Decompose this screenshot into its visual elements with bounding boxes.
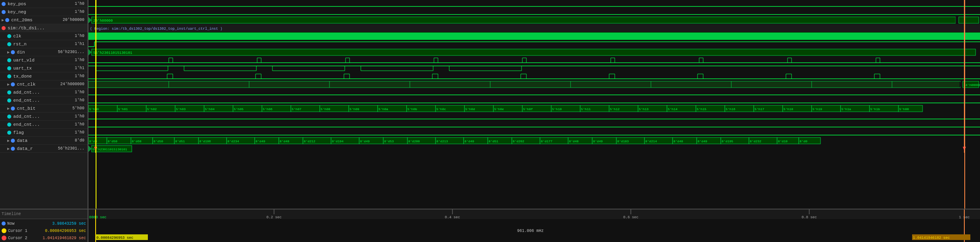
expand-icon-cnt-clk[interactable]: ▶: [7, 82, 10, 87]
svg-text:8'd232: 8'd232: [750, 139, 761, 143]
signal-icon-tx-done: [7, 74, 11, 78]
svg-rect-18: [88, 40, 980, 48]
svg-text:8'd49: 8'd49: [464, 139, 474, 143]
svg-rect-102: [88, 81, 960, 88]
signal-row-key-neg[interactable]: key_neg 1'h0: [0, 8, 88, 16]
signal-value-uart-tx: 1'h1: [75, 66, 86, 70]
expand-icon-cnt-20ms[interactable]: ▶: [2, 18, 4, 23]
timeline-label: Timeline: [2, 212, 21, 216]
signal-row-din[interactable]: ▶ din 56'h2301...: [0, 48, 88, 56]
signal-name-sim: sim:/tb_ds1...: [8, 26, 45, 31]
waveform-panel[interactable]: 20'h00000 ( Region: sim:/tb_ds1302_top/d…: [88, 0, 980, 209]
signal-name-cnt-bit: cnt_bit: [17, 106, 35, 111]
signal-row-cnt-bit[interactable]: ▶ cnt_bit 5'h00: [0, 105, 88, 113]
signal-value-end-cnt-1: 1'h0: [75, 98, 86, 103]
svg-text:5'h17: 5'h17: [755, 107, 764, 111]
signal-value-cnt-clk: 24'h000000: [60, 82, 86, 86]
main-container: key_pos 1'h0 key_neg 1'h0 ▶ cnt_20ms 20'…: [0, 0, 980, 242]
svg-text:8'd194: 8'd194: [332, 139, 344, 143]
signal-icon-sim: [2, 26, 6, 30]
svg-text:5'h11: 5'h11: [581, 107, 591, 111]
signal-icon-cnt-20ms: [5, 18, 9, 22]
signal-icon-add-cnt-1: [7, 90, 11, 94]
svg-text:8'd53: 8'd53: [384, 139, 394, 143]
signal-name-din: din: [17, 50, 25, 55]
expand-icon-cnt-bit[interactable]: ▶: [7, 106, 10, 111]
svg-rect-181: [88, 121, 980, 129]
signal-row-uart-tx[interactable]: uart_tx 1'h1: [0, 64, 88, 72]
svg-text:0.6 sec: 0.6 sec: [623, 215, 638, 219]
expand-icon-data[interactable]: ▶: [7, 138, 10, 143]
svg-text:5'h08: 5'h08: [321, 107, 330, 111]
signal-icon-flag: [7, 131, 11, 135]
signal-row-cnt-20ms[interactable]: ▶ cnt_20ms 20'h00000: [0, 16, 88, 24]
now-dot: [2, 221, 6, 226]
svg-text:8'd195: 8'd195: [722, 139, 733, 143]
signal-value-din: 56'h2301...: [58, 50, 86, 54]
signal-name-add-cnt-2: add_cnt...: [13, 114, 40, 119]
waveform-svg: 20'h00000 ( Region: sim:/tb_ds1302_top/d…: [88, 0, 980, 209]
cursor2-dot: [2, 236, 6, 240]
svg-text:8'd48: 8'd48: [673, 139, 683, 143]
signal-name-flag: flag: [13, 130, 24, 135]
cursor1-dot: [2, 228, 6, 233]
svg-text:5'h1b: 5'h1b: [870, 107, 880, 111]
signal-row-end-cnt-2[interactable]: end_cnt... 1'h0: [0, 121, 88, 129]
svg-text:5'h0e: 5'h0e: [494, 107, 504, 111]
svg-text:0.00084296953 sec: 0.00084296953 sec: [96, 236, 133, 240]
signal-name-cnt-20ms: cnt_20ms: [11, 18, 33, 23]
svg-text:5'h18: 5'h18: [784, 107, 793, 111]
signal-icon-add-cnt-2: [7, 115, 11, 119]
svg-text:5'h04: 5'h04: [205, 107, 215, 111]
svg-text:8'd50: 8'd50: [153, 139, 163, 143]
svg-text:5'h10: 5'h10: [552, 107, 562, 111]
signal-row-cnt-clk[interactable]: ▶ cnt_clk 24'h000000: [0, 80, 88, 88]
signal-row-tx-done[interactable]: tx_done 1'h0: [0, 72, 88, 80]
signal-value-data: 8'd0: [75, 138, 86, 143]
signal-icon-data-r: [11, 147, 15, 151]
svg-text:8'd68: 8'd68: [132, 139, 141, 143]
signal-value-flag: 1'h0: [75, 130, 86, 135]
cursor1-row: Cursor 1 0.00084296953 sec: [2, 227, 86, 234]
signal-row-rst-n[interactable]: rst_n 1'h1: [0, 40, 88, 48]
cursor1-value: 0.00084296953 sec: [45, 229, 86, 233]
signal-row-clk[interactable]: clk 1'h0: [0, 32, 88, 40]
svg-text:5'h0d: 5'h0d: [465, 107, 475, 111]
signal-value-key-neg: 1'h0: [75, 10, 86, 14]
signal-value-clk: 1'h0: [75, 34, 86, 38]
expand-icon-din[interactable]: ▶: [7, 50, 10, 55]
svg-text:56'h23011015130101: 56'h23011015130101: [92, 148, 127, 151]
svg-text:0.2 sec: 0.2 sec: [266, 215, 282, 219]
signal-list: key_pos 1'h0 key_neg 1'h0 ▶ cnt_20ms 20'…: [0, 0, 88, 209]
signal-row-key-pos[interactable]: key_pos 1'h0: [0, 0, 88, 8]
cursor-info-area: Now 3.98643259 sec Cursor 1 0.0008429695…: [0, 219, 980, 242]
signal-row-add-cnt-2[interactable]: add_cnt... 1'h0: [0, 113, 88, 121]
signal-row-uart-vld[interactable]: uart_vld 1'h0: [0, 56, 88, 64]
svg-text:5'h0a: 5'h0a: [378, 107, 388, 111]
svg-text:8'd200: 8'd200: [408, 139, 420, 143]
signal-value-uart-vld: 1'h0: [75, 58, 86, 62]
timeline-scale: 0.0000 sec 0.2 sec 0.4 sec 0.6 sec 0.8 s…: [88, 209, 980, 219]
signal-name-data: data: [17, 138, 27, 143]
signal-row-sim-region[interactable]: sim:/tb_ds1...: [0, 24, 88, 32]
signal-value-cnt-20ms: 20'h00000: [63, 18, 86, 22]
signal-value-cnt-bit: 5'h00: [72, 106, 86, 111]
svg-rect-24: [92, 49, 976, 55]
signal-value-key-pos: 1'h0: [75, 2, 86, 6]
signal-icon-rst-n: [7, 42, 11, 46]
expand-icon-data-r[interactable]: ▶: [7, 146, 10, 151]
signal-row-data[interactable]: ▶ data 8'd0: [0, 137, 88, 145]
signal-row-flag[interactable]: flag 1'h0: [0, 129, 88, 137]
signal-row-data-r[interactable]: ▶ data_r 56'h2301...: [0, 145, 88, 153]
svg-text:8'd213: 8'd213: [436, 139, 448, 143]
svg-text:8'd49: 8'd49: [698, 139, 707, 143]
svg-text:5'h13: 5'h13: [639, 107, 649, 111]
signal-name-end-cnt-2: end_cnt...: [13, 122, 40, 127]
svg-text:5'h0c: 5'h0c: [436, 107, 446, 111]
svg-rect-244: [88, 145, 980, 153]
signal-row-end-cnt-1[interactable]: end_cnt... 1'h0: [0, 96, 88, 105]
signal-row-add-cnt-1[interactable]: add_cnt... 1'h0: [0, 88, 88, 96]
signal-icon-clk: [7, 34, 11, 38]
now-value: 3.98643259 sec: [52, 221, 86, 226]
svg-text:24'h000000: 24'h000000: [964, 83, 980, 87]
